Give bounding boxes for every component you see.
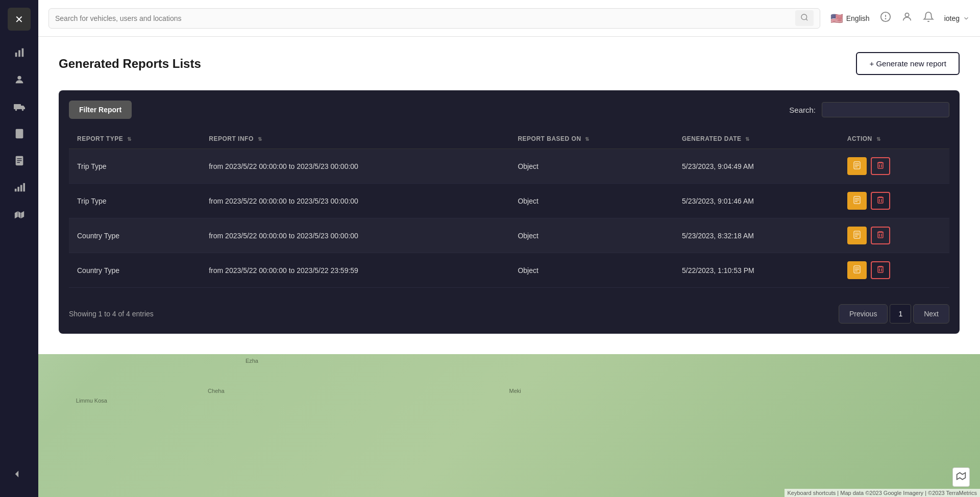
- svg-rect-10: [17, 158, 21, 159]
- col-report-info: REPORT INFO ⇅: [201, 129, 509, 149]
- info-icon[interactable]: [880, 11, 891, 25]
- svg-rect-14: [17, 187, 19, 191]
- col-action: ACTION ⇅: [839, 129, 949, 149]
- cell-report-type: Country Type: [69, 253, 201, 288]
- sidebar-item-map[interactable]: [8, 203, 31, 226]
- cell-report-type: Country Type: [69, 218, 201, 253]
- flag-icon: 🇺🇸: [830, 12, 843, 24]
- svg-point-8: [18, 131, 21, 134]
- chevron-down-icon: [963, 15, 970, 22]
- language-selector[interactable]: 🇺🇸 English: [830, 12, 870, 24]
- page-header: Generated Reports Lists + Generate new r…: [59, 52, 960, 75]
- current-page: 1: [890, 304, 911, 324]
- sort-icon-report-info: ⇅: [258, 136, 262, 142]
- cell-report-info: from 2023/5/22 00:00:00 to 2023/5/23 00:…: [201, 184, 509, 218]
- sidebar-item-analytics[interactable]: [8, 176, 31, 199]
- next-button[interactable]: Next: [913, 304, 949, 324]
- cell-action: [839, 253, 949, 288]
- map-label: Ezha: [246, 358, 258, 364]
- cell-report-based-on: Object: [509, 149, 674, 184]
- close-icon: ✕: [15, 13, 23, 26]
- sidebar-item-back[interactable]: [8, 462, 31, 485]
- pdf-button[interactable]: [847, 192, 867, 210]
- sidebar-item-contact[interactable]: [8, 122, 31, 145]
- generate-report-button[interactable]: + Generate new report: [856, 52, 960, 75]
- cell-report-type: Trip Type: [69, 149, 201, 184]
- svg-rect-15: [20, 185, 22, 191]
- delete-button[interactable]: [871, 157, 890, 175]
- sort-icon-report-based-on: ⇅: [585, 136, 590, 142]
- delete-button[interactable]: [871, 192, 890, 210]
- cell-report-info: from 2023/5/22 00:00:00 to 2023/5/23 00:…: [201, 149, 509, 184]
- notification-icon[interactable]: [923, 11, 934, 25]
- svg-rect-30: [878, 163, 883, 168]
- search-wrapper: [48, 8, 820, 29]
- svg-rect-46: [878, 232, 883, 238]
- topbar: 🇺🇸 English ioteg: [38, 0, 980, 37]
- svg-rect-4: [14, 104, 21, 109]
- svg-rect-12: [17, 162, 20, 162]
- col-generated-date: GENERATED DATE ⇅: [674, 129, 839, 149]
- table-toolbar: Filter Report Search:: [69, 101, 949, 119]
- search-input[interactable]: [55, 14, 791, 22]
- svg-point-5: [15, 109, 17, 111]
- sidebar-item-truck[interactable]: [8, 95, 31, 118]
- cell-action: [839, 218, 949, 253]
- pdf-button[interactable]: [847, 227, 867, 244]
- filter-report-button[interactable]: Filter Report: [69, 101, 132, 119]
- col-report-type: REPORT TYPE ⇅: [69, 129, 201, 149]
- profile-icon[interactable]: [901, 11, 913, 25]
- pagination-controls: Previous 1 Next: [839, 304, 949, 324]
- svg-rect-0: [15, 53, 17, 57]
- sort-icon-generated-date: ⇅: [745, 136, 750, 142]
- cell-report-based-on: Object: [509, 218, 674, 253]
- svg-rect-16: [23, 183, 25, 191]
- pdf-button[interactable]: [847, 157, 867, 175]
- svg-rect-38: [878, 197, 883, 203]
- sort-icon-action: ⇅: [876, 136, 881, 142]
- svg-point-6: [21, 109, 23, 111]
- table-header-row: REPORT TYPE ⇅ REPORT INFO ⇅ REPORT BASED…: [69, 129, 949, 149]
- svg-line-20: [806, 19, 807, 20]
- table-search-label: Search:: [789, 106, 816, 114]
- delete-button[interactable]: [871, 261, 890, 279]
- table-row: Country Type from 2023/5/22 00:00:00 to …: [69, 253, 949, 288]
- page-title: Generated Reports Lists: [59, 57, 201, 71]
- close-button[interactable]: ✕: [8, 8, 31, 31]
- map-label: Limmu Kosa: [76, 397, 107, 404]
- svg-rect-1: [18, 50, 20, 57]
- expand-map-button[interactable]: [952, 467, 970, 487]
- search-button[interactable]: [795, 10, 814, 26]
- map-label: Meki: [509, 388, 521, 394]
- entries-label: Showing 1 to 4 of 4 entries: [69, 310, 154, 318]
- cell-report-info: from 2023/5/22 00:00:00 to 2023/5/22 23:…: [201, 253, 509, 288]
- sidebar-item-user[interactable]: [8, 68, 31, 91]
- cell-generated-date: 5/23/2023, 9:01:46 AM: [674, 184, 839, 218]
- reports-container: Filter Report Search: REPORT TYPE ⇅ REPO…: [59, 90, 960, 334]
- svg-rect-11: [17, 160, 21, 161]
- table-search-row: Search:: [789, 102, 949, 117]
- pdf-button[interactable]: [847, 261, 867, 279]
- reports-table: REPORT TYPE ⇅ REPORT INFO ⇅ REPORT BASED…: [69, 129, 949, 288]
- sidebar-item-chart[interactable]: [8, 41, 31, 64]
- table-search-input[interactable]: [822, 102, 949, 117]
- previous-button[interactable]: Previous: [839, 304, 888, 324]
- map-label: Cheha: [208, 388, 224, 394]
- cell-action: [839, 149, 949, 184]
- delete-button[interactable]: [871, 227, 890, 244]
- table-row: Trip Type from 2023/5/22 00:00:00 to 202…: [69, 184, 949, 218]
- language-label: English: [846, 14, 870, 22]
- sidebar-item-reports[interactable]: [8, 149, 31, 172]
- svg-rect-13: [14, 188, 16, 191]
- search-icon: [800, 13, 808, 21]
- svg-point-23: [885, 18, 886, 19]
- cell-action: [839, 184, 949, 218]
- cell-generated-date: 5/23/2023, 8:32:18 AM: [674, 218, 839, 253]
- table-row: Trip Type from 2023/5/22 00:00:00 to 202…: [69, 149, 949, 184]
- cell-report-type: Trip Type: [69, 184, 201, 218]
- svg-rect-2: [21, 48, 23, 57]
- table-row: Country Type from 2023/5/22 00:00:00 to …: [69, 218, 949, 253]
- svg-point-3: [17, 76, 21, 79]
- col-report-based-on: REPORT BASED ON ⇅: [509, 129, 674, 149]
- user-menu[interactable]: ioteg: [944, 14, 970, 22]
